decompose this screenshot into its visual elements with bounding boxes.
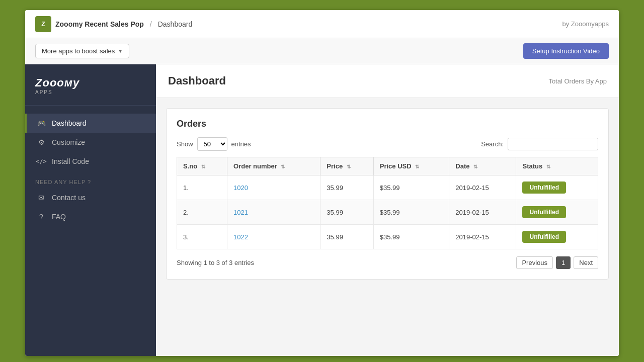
sidebar-item-label: Customize bbox=[52, 138, 85, 146]
table-row: 3. 1022 35.99 $35.99 2019-02-15 Unfulfil… bbox=[177, 225, 598, 249]
sidebar-item-contact-us[interactable]: ✉ Contact us bbox=[25, 188, 156, 207]
cell-date: 2019-02-15 bbox=[449, 200, 516, 225]
show-label: Show bbox=[177, 140, 193, 148]
cell-order-number: 1020 bbox=[227, 175, 320, 200]
col-order-number[interactable]: Order number ⇅ bbox=[227, 157, 320, 175]
content: Dashboard Total Orders By App Orders Sho… bbox=[156, 64, 619, 356]
order-link[interactable]: 1021 bbox=[233, 209, 248, 216]
pagination: Previous 1 Next bbox=[516, 256, 598, 269]
sidebar-item-faq[interactable]: ? FAQ bbox=[25, 207, 156, 226]
breadcrumb-sep: / bbox=[150, 20, 152, 28]
sort-icon-status: ⇅ bbox=[546, 164, 550, 169]
setup-video-button[interactable]: Setup Instruction Video bbox=[523, 43, 609, 59]
table-footer-text: Showing 1 to 3 of 3 entries bbox=[177, 259, 254, 266]
cell-sno: 3. bbox=[177, 225, 227, 249]
status-badge: Unfulfilled bbox=[522, 206, 566, 218]
setup-video-label: Setup Instruction Video bbox=[532, 47, 600, 55]
next-button[interactable]: Next bbox=[574, 256, 598, 269]
sidebar: Zoooмy APPS 🎮 Dashboard ⚙ Customize </> … bbox=[25, 64, 156, 356]
breadcrumb-current: Dashboard bbox=[158, 20, 193, 28]
entries-label: entries bbox=[231, 140, 251, 148]
col-price[interactable]: Price ⇅ bbox=[320, 157, 373, 175]
by-label: by Zooomyapps bbox=[562, 20, 609, 28]
cell-status: Unfulfilled bbox=[516, 200, 598, 225]
previous-label: Previous bbox=[522, 259, 547, 266]
top-bar: Z Zooomy Recent Sales Pop / Dashboard by… bbox=[25, 10, 619, 38]
cell-status: Unfulfilled bbox=[516, 225, 598, 249]
help-section-label: NEED ANY HELP ? bbox=[25, 171, 156, 188]
search-label: Search: bbox=[481, 140, 504, 148]
table-row: 2. 1021 35.99 $35.99 2019-02-15 Unfulfil… bbox=[177, 200, 598, 225]
page-1-label: 1 bbox=[561, 259, 565, 266]
email-icon: ✉ bbox=[37, 193, 46, 202]
app-name: Zooomy Recent Sales Pop bbox=[55, 20, 144, 28]
orders-table: S.no ⇅ Order number ⇅ Price ⇅ bbox=[177, 157, 598, 249]
col-sno[interactable]: S.no ⇅ bbox=[177, 157, 227, 175]
chevron-down-icon: ▼ bbox=[118, 48, 123, 54]
col-price-usd[interactable]: Price USD ⇅ bbox=[373, 157, 449, 175]
cell-sno: 2. bbox=[177, 200, 227, 225]
search-box: Search: bbox=[481, 138, 598, 150]
cell-date: 2019-02-15 bbox=[449, 225, 516, 249]
col-status[interactable]: Status ⇅ bbox=[516, 157, 598, 175]
sort-icon-price-usd: ⇅ bbox=[415, 164, 419, 169]
cell-order-number: 1021 bbox=[227, 200, 320, 225]
sort-icon-sno: ⇅ bbox=[201, 164, 205, 169]
cell-price: 35.99 bbox=[320, 200, 373, 225]
gear-icon: ⚙ bbox=[37, 138, 46, 147]
cell-date: 2019-02-15 bbox=[449, 175, 516, 200]
more-apps-button[interactable]: More apps to boost sales ▼ bbox=[35, 44, 129, 58]
cell-price-usd: $35.99 bbox=[373, 175, 449, 200]
cell-price-usd: $35.99 bbox=[373, 200, 449, 225]
show-entries: Show 50 10 25 100 entries bbox=[177, 137, 251, 151]
sidebar-item-label: Dashboard bbox=[52, 119, 87, 127]
app-container: Z Zooomy Recent Sales Pop / Dashboard by… bbox=[25, 10, 619, 356]
table-header-row: S.no ⇅ Order number ⇅ Price ⇅ bbox=[177, 157, 598, 175]
top-bar-left: Z Zooomy Recent Sales Pop / Dashboard bbox=[35, 16, 192, 32]
cell-status: Unfulfilled bbox=[516, 175, 598, 200]
status-badge: Unfulfilled bbox=[522, 182, 566, 194]
sidebar-item-dashboard[interactable]: 🎮 Dashboard bbox=[25, 114, 156, 133]
sidebar-logo-text: Zoooмy bbox=[35, 76, 146, 89]
sidebar-item-label: Contact us bbox=[52, 194, 86, 202]
sort-icon-order: ⇅ bbox=[281, 164, 285, 169]
sidebar-item-install-code[interactable]: </> Install Code bbox=[25, 152, 156, 171]
more-apps-label: More apps to boost sales bbox=[42, 47, 115, 55]
sidebar-item-label: FAQ bbox=[52, 213, 66, 221]
sort-icon-price: ⇅ bbox=[347, 164, 351, 169]
status-badge: Unfulfilled bbox=[522, 231, 566, 243]
question-icon: ? bbox=[37, 212, 46, 221]
previous-button[interactable]: Previous bbox=[516, 256, 553, 269]
cell-sno: 1. bbox=[177, 175, 227, 200]
content-header: Dashboard Total Orders By App bbox=[156, 64, 619, 98]
orders-title: Orders bbox=[177, 119, 598, 129]
order-link[interactable]: 1020 bbox=[233, 184, 248, 192]
sidebar-item-label: Install Code bbox=[52, 157, 89, 165]
cell-price-usd: $35.99 bbox=[373, 225, 449, 249]
sort-icon-date: ⇅ bbox=[473, 164, 477, 169]
table-footer: Showing 1 to 3 of 3 entries Previous 1 N… bbox=[177, 256, 598, 269]
cell-price: 35.99 bbox=[320, 175, 373, 200]
search-input[interactable] bbox=[508, 138, 598, 150]
sub-bar: More apps to boost sales ▼ Setup Instruc… bbox=[25, 38, 619, 64]
order-link[interactable]: 1022 bbox=[233, 233, 248, 241]
sidebar-item-customize[interactable]: ⚙ Customize bbox=[25, 133, 156, 152]
sidebar-nav: 🎮 Dashboard ⚙ Customize </> Install Code… bbox=[25, 106, 156, 234]
table-row: 1. 1020 35.99 $35.99 2019-02-15 Unfulfil… bbox=[177, 175, 598, 200]
sidebar-logo-sub: APPS bbox=[35, 89, 146, 95]
cell-order-number: 1022 bbox=[227, 225, 320, 249]
app-icon: Z bbox=[35, 16, 51, 32]
page-1-button[interactable]: 1 bbox=[556, 256, 571, 269]
total-orders-label: Total Orders By App bbox=[548, 77, 607, 85]
orders-container: Orders Show 50 10 25 100 entries bbox=[166, 108, 609, 280]
table-controls: Show 50 10 25 100 entries Search: bbox=[177, 137, 598, 151]
main-layout: Zoooмy APPS 🎮 Dashboard ⚙ Customize </> … bbox=[25, 64, 619, 356]
next-label: Next bbox=[579, 259, 593, 266]
col-date[interactable]: Date ⇅ bbox=[449, 157, 516, 175]
entries-select[interactable]: 50 10 25 100 bbox=[197, 137, 227, 151]
app-icon-text: Z bbox=[41, 21, 45, 28]
code-icon: </> bbox=[37, 157, 46, 166]
cell-price: 35.99 bbox=[320, 225, 373, 249]
sidebar-logo: Zoooмy APPS bbox=[25, 64, 156, 106]
page-title: Dashboard bbox=[168, 74, 226, 87]
